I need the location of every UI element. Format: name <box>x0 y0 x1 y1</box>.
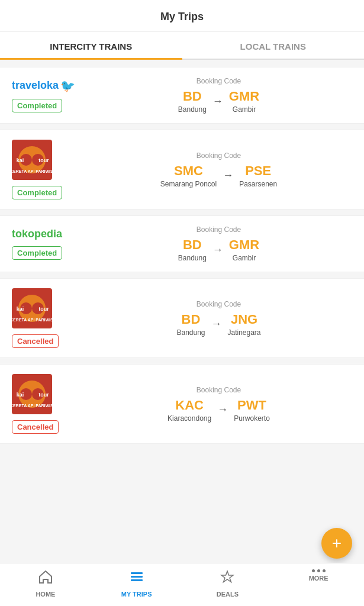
trip-item[interactable]: PT. KERETA API PARIWISATA kai tour Cance… <box>0 364 364 444</box>
booking-label: Booking Code <box>197 77 241 85</box>
from-code: BD <box>176 312 205 327</box>
from-code: BD <box>178 237 207 253</box>
nav-more[interactable]: MORE <box>301 569 336 598</box>
svg-rect-21 <box>131 572 143 574</box>
from-name: Bandung <box>178 254 207 262</box>
traveloka-logo: traveloka 🐦 <box>12 79 75 93</box>
trip-item[interactable]: traveloka 🐦 Completed Booking Code BD Ba… <box>0 67 364 124</box>
trip-list: traveloka 🐦 Completed Booking Code BD Ba… <box>0 60 364 497</box>
tokopedia-logo: tokopedia <box>12 228 62 240</box>
booking-label: Booking Code <box>197 225 241 234</box>
trip-route: Booking Code KAC Kiaracondong → PWT Purw… <box>85 386 352 423</box>
more-icon <box>312 569 326 572</box>
mytrips-label: MY TRIPS <box>121 591 152 598</box>
from-code: BD <box>178 89 207 104</box>
to-code: GMR <box>229 89 259 104</box>
arrow-icon: → <box>212 95 223 108</box>
add-trip-button[interactable]: + <box>321 528 352 559</box>
nav-mytrips[interactable]: MY TRIPS <box>119 569 154 598</box>
trip-brand-status: PT. KERETA API PARIWISATA kai tour Compl… <box>12 140 77 199</box>
to-name: Gambir <box>229 254 259 262</box>
to-station: PSE Pasarsenen <box>239 163 277 188</box>
nav-deals[interactable]: DEALS <box>210 569 245 598</box>
trip-brand-status: PT. KERETA API PARIWISATA kai tour Cance… <box>12 374 77 434</box>
booking-label: Booking Code <box>197 300 241 308</box>
from-name: Kiaracondong <box>167 414 211 423</box>
kai-logo: PT. KERETA API PARIWISATA kai tour <box>12 374 52 414</box>
to-name: Purwokerto <box>234 414 270 423</box>
svg-text:PT. KERETA API PARIWISATA: PT. KERETA API PARIWISATA <box>12 169 52 173</box>
svg-rect-22 <box>131 576 143 578</box>
trip-item[interactable]: PT. KERETA API PARIWISATA kai tour Cance… <box>0 278 364 358</box>
from-station: BD Bandung <box>178 89 207 114</box>
trip-brand-status: PT. KERETA API PARIWISATA kai tour Cance… <box>12 288 77 348</box>
svg-text:kai: kai <box>17 306 24 312</box>
from-station: BD Bandung <box>176 312 205 337</box>
home-icon <box>38 569 53 588</box>
booking-label: Booking Code <box>197 152 241 160</box>
booking-label: Booking Code <box>197 386 241 394</box>
kai-logo: PT. KERETA API PARIWISATA kai tour <box>12 288 52 328</box>
to-station: GMR Gambir <box>229 89 259 114</box>
page-title: My Trips <box>160 11 204 22</box>
status-badge: Completed <box>12 186 62 199</box>
header: My Trips <box>0 0 364 32</box>
to-code: PWT <box>234 398 270 413</box>
route-row: BD Bandung → GMR Gambir <box>85 237 352 262</box>
svg-text:kai: kai <box>17 157 24 163</box>
svg-text:PT. KERETA API PARIWISATA: PT. KERETA API PARIWISATA <box>12 404 52 408</box>
to-name: Gambir <box>229 105 259 114</box>
to-station: JNG Jatinegara <box>228 312 261 337</box>
svg-text:kai: kai <box>17 392 24 398</box>
tab-local-trains[interactable]: LOCAL TRAINS <box>182 32 365 59</box>
to-code: GMR <box>229 237 259 253</box>
from-name: Bandung <box>176 328 205 337</box>
to-name: Pasarsenen <box>239 180 277 188</box>
arrow-icon: → <box>223 169 233 182</box>
from-station: BD Bandung <box>178 237 207 262</box>
to-code: JNG <box>228 312 261 327</box>
trip-route: Booking Code SMC Semarang Poncol → PSE P… <box>85 152 352 188</box>
arrow-icon: → <box>211 318 222 330</box>
deals-label: DEALS <box>217 591 239 598</box>
trip-route: Booking Code BD Bandung → GMR Gambir <box>85 225 352 262</box>
home-label: HOME <box>36 591 55 598</box>
tab-intercity-trains[interactable]: INTERCITY TRAINS <box>0 32 182 59</box>
trip-brand-status: tokopedia Completed <box>12 228 77 260</box>
kai-logo: PT. KERETA API PARIWISATA kai tour <box>12 140 52 180</box>
to-station: PWT Purwokerto <box>234 398 270 423</box>
route-row: KAC Kiaracondong → PWT Purwokerto <box>85 398 352 423</box>
svg-text:tour: tour <box>38 157 49 163</box>
deals-icon <box>220 569 235 588</box>
status-badge: Completed <box>12 246 62 260</box>
to-code: PSE <box>239 163 277 179</box>
status-badge: Cancelled <box>12 420 59 434</box>
from-name: Semarang Poncol <box>160 180 217 188</box>
tab-bar: INTERCITY TRAINS LOCAL TRAINS <box>0 32 364 60</box>
trip-item[interactable]: tokopedia Completed Booking Code BD Band… <box>0 215 364 272</box>
trip-route: Booking Code BD Bandung → JNG Jatinegara <box>85 300 352 337</box>
bottom-navigation: HOME MY TRIPS DEALS MORE <box>0 563 364 606</box>
svg-text:tour: tour <box>38 392 49 398</box>
to-name: Jatinegara <box>228 328 261 337</box>
trip-brand-status: traveloka 🐦 Completed <box>12 79 77 112</box>
from-code: KAC <box>167 398 211 413</box>
more-label: MORE <box>309 575 328 582</box>
trip-route: Booking Code BD Bandung → GMR Gambir <box>85 77 352 114</box>
route-row: BD Bandung → GMR Gambir <box>85 89 352 114</box>
route-row: SMC Semarang Poncol → PSE Pasarsenen <box>85 163 352 188</box>
nav-home[interactable]: HOME <box>28 569 63 598</box>
svg-rect-23 <box>131 579 143 581</box>
svg-text:PT. KERETA API PARIWISATA: PT. KERETA API PARIWISATA <box>12 318 52 322</box>
bird-icon: 🐦 <box>60 79 75 93</box>
from-code: SMC <box>160 163 217 179</box>
status-badge: Cancelled <box>12 334 59 348</box>
arrow-icon: → <box>212 244 223 256</box>
status-badge: Completed <box>12 99 62 112</box>
mytrips-icon <box>129 569 144 588</box>
from-station: SMC Semarang Poncol <box>160 163 217 188</box>
trip-item[interactable]: PT. KERETA API PARIWISATA kai tour Compl… <box>0 130 364 209</box>
svg-text:tour: tour <box>38 306 49 312</box>
arrow-icon: → <box>217 404 228 416</box>
from-name: Bandung <box>178 105 207 114</box>
